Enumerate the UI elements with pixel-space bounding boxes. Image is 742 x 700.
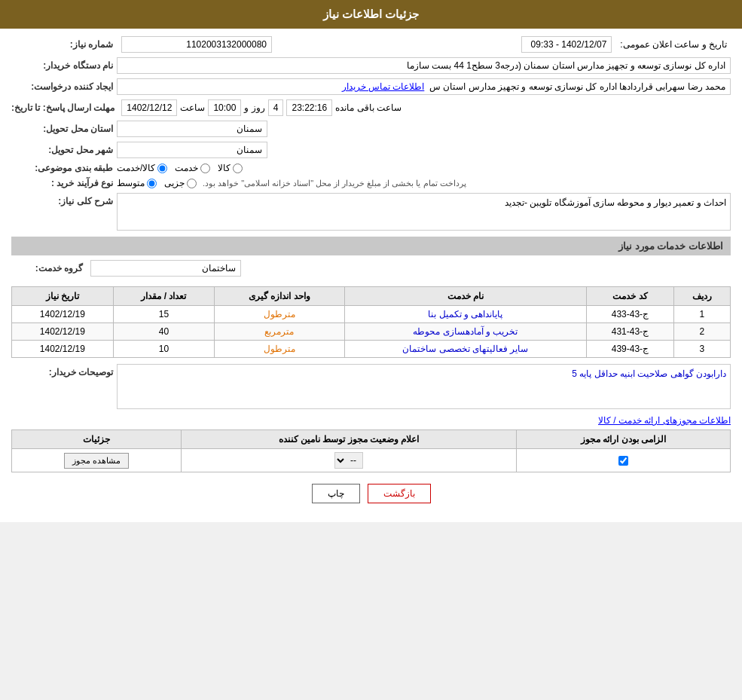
- description-label: شرح کلی نیاز:: [11, 193, 117, 206]
- cell-unit-0: مترطول: [215, 306, 344, 323]
- license-status-select[interactable]: --: [334, 452, 363, 469]
- purchase-type-jozii-label: جزیی: [164, 178, 185, 188]
- service-group-label: گروه خدمت:: [11, 263, 87, 274]
- table-row: -- مشاهده مجوز: [12, 449, 731, 472]
- license-status-cell: --: [182, 449, 517, 472]
- cell-date-0: 1402/12/19: [12, 306, 114, 323]
- announce-time-row: 1402/12/07 - 09:33 تاریخ و ساعت اعلان عم…: [521, 36, 731, 53]
- cell-service-name-0: پایانداهی و تکمیل بنا: [344, 306, 586, 323]
- page-header: جزئیات اطلاعات نیاز: [0, 0, 742, 29]
- cell-unit-2: مترطول: [215, 341, 344, 358]
- province-value: سمنان: [117, 121, 267, 137]
- purchase-type-row: نوع فرآیند خرید : متوسط جزیی پرداخت تمام…: [11, 178, 731, 188]
- request-number-value: 1102003132000080: [121, 36, 272, 53]
- license-table: الزامی بودن ارائه مجوز اعلام وضعیت مجوز …: [11, 429, 731, 472]
- requester-row: ایجاد کننده درخواست: محمد رضا سهرابی قرا…: [11, 78, 731, 95]
- deadline-days: 4: [268, 99, 284, 116]
- th-license-mandatory: الزامی بودن ارائه مجوز: [517, 430, 731, 449]
- request-number-row: شماره نیاز: 1102003132000080: [11, 36, 272, 53]
- table-row: 2 ج-43-431 تخریب و آمادهسازی محوطه مترمر…: [12, 323, 731, 341]
- service-group-value: ساختمان: [90, 260, 241, 277]
- th-license-status: اعلام وضعیت مجوز توسط نامین کننده: [182, 430, 517, 449]
- cell-row-num-0: 1: [673, 306, 730, 323]
- view-license-button[interactable]: مشاهده مجوز: [64, 453, 129, 469]
- category-options: کالا/خدمت خدمت کالا: [117, 163, 243, 173]
- category-row: طبقه بندی موضوعی: کالا/خدمت خدمت کالا: [11, 163, 731, 173]
- services-table-container: ردیف کد خدمت نام خدمت واحد اندازه گیری ت…: [11, 283, 731, 358]
- license-mandatory-cell: [517, 449, 731, 472]
- deadline-remaining: ساعت باقی مانده: [335, 102, 402, 113]
- th-service-code: کد خدمت: [586, 287, 673, 306]
- deadline-time-label: ساعت: [180, 102, 205, 113]
- back-button[interactable]: بازگشت: [368, 484, 431, 503]
- deadline-time: 10:00: [208, 99, 241, 116]
- cell-unit-1: مترمربع: [215, 323, 344, 341]
- cell-service-code-0: ج-43-433: [586, 306, 673, 323]
- th-license-details: جزئیات: [12, 430, 182, 449]
- license-details-cell: مشاهده مجوز: [12, 449, 182, 472]
- services-section-title: اطلاعات خدمات مورد نیاز: [11, 237, 731, 255]
- license-section-label[interactable]: اطلاعات مجوزهای ارائه خدمت / کالا: [598, 415, 731, 426]
- cell-row-num-2: 3: [673, 341, 730, 358]
- purchase-type-jozii: جزیی: [164, 178, 197, 188]
- cell-quantity-2: 10: [113, 341, 215, 358]
- category-khadamat: خدمت: [175, 163, 210, 173]
- purchase-type-mutavasset-label: متوسط: [117, 178, 145, 188]
- cell-row-num-1: 2: [673, 323, 730, 341]
- cell-quantity-1: 40: [113, 323, 215, 341]
- th-unit: واحد اندازه گیری: [215, 287, 344, 306]
- purchase-type-mutavasset: متوسط: [117, 178, 157, 188]
- th-quantity: تعداد / مقدار: [113, 287, 215, 306]
- purchase-type-options: متوسط جزیی: [117, 178, 197, 188]
- category-kala-label: کالا: [218, 163, 231, 173]
- license-mandatory-checkbox[interactable]: [618, 456, 628, 466]
- category-khadamat-label: خدمت: [175, 163, 198, 173]
- cell-date-2: 1402/12/19: [12, 341, 114, 358]
- announce-time-value: 1402/12/07 - 09:33: [521, 36, 612, 53]
- buyer-org-value: اداره کل نوسازی توسعه و تجهیز مدارس استا…: [117, 57, 731, 74]
- cell-service-code-1: ج-43-431: [586, 323, 673, 341]
- city-row: شهر محل تحویل: سمنان: [11, 142, 731, 158]
- table-row: 1 ج-43-433 پایانداهی و تکمیل بنا مترطول …: [12, 306, 731, 323]
- description-value: احداث و تعمیر دیوار و محوطه سازی آموزشگا…: [117, 193, 731, 231]
- print-button[interactable]: چاپ: [312, 484, 360, 503]
- category-kala-radio[interactable]: [233, 164, 243, 173]
- service-group-row: گروه خدمت: ساختمان: [11, 260, 731, 277]
- buyer-notes-value: دارابودن گواهی صلاحیت ابنیه حداقل پایه 5: [117, 364, 731, 409]
- deadline-date: 1402/12/12: [121, 99, 177, 116]
- requester-contact-link[interactable]: اطلاعات تماس خریدار: [342, 81, 425, 92]
- purchase-type-jozii-radio[interactable]: [187, 179, 197, 188]
- purchase-type-label: نوع فرآیند خرید :: [11, 178, 117, 188]
- city-value: سمنان: [117, 142, 267, 158]
- purchase-type-mutavasset-radio[interactable]: [147, 179, 157, 188]
- content-area: شماره نیاز: 1102003132000080 1402/12/07 …: [0, 29, 742, 522]
- buyer-org-row: نام دستگاه خریدار: اداره کل نوسازی توسعه…: [11, 57, 731, 74]
- cell-service-name-2: سایر فعالیتهای تخصصی ساختمان: [344, 341, 586, 358]
- announce-time-label: تاریخ و ساعت اعلان عمومی:: [616, 39, 731, 50]
- category-kala: کالا: [218, 163, 243, 173]
- category-kala-khadamat: کالا/خدمت: [117, 163, 167, 173]
- cell-quantity-0: 15: [113, 306, 215, 323]
- th-service-name: نام خدمت: [344, 287, 586, 306]
- deadline-row: مهلت ارسال پاسخ: تا تاریخ: 1402/12/12 سا…: [11, 99, 731, 116]
- cell-date-1: 1402/12/19: [12, 323, 114, 341]
- cell-service-name-1: تخریب و آمادهسازی محوطه: [344, 323, 586, 341]
- purchase-type-note: پرداخت تمام یا بخشی از مبلغ خریدار از مح…: [203, 179, 466, 188]
- province-label: استان محل تحویل:: [11, 124, 117, 134]
- category-kala-khadamat-label: کالا/خدمت: [117, 163, 155, 173]
- category-kala-khadamat-radio[interactable]: [157, 164, 167, 173]
- services-table: ردیف کد خدمت نام خدمت واحد اندازه گیری ت…: [11, 286, 731, 358]
- buyer-org-label: نام دستگاه خریدار:: [11, 60, 117, 71]
- action-row: بازگشت چاپ: [11, 484, 731, 503]
- description-section: شرح کلی نیاز: احداث و تعمیر دیوار و محوط…: [11, 193, 731, 231]
- buyer-notes-label: توصیحات خریدار:: [11, 364, 117, 378]
- page-title: جزئیات اطلاعات نیاز: [323, 8, 419, 20]
- license-section-header: اطلاعات مجوزهای ارائه خدمت / کالا: [11, 415, 731, 426]
- cell-service-code-2: ج-43-439: [586, 341, 673, 358]
- deadline-day-label: روز و: [244, 102, 264, 113]
- city-label: شهر محل تحویل:: [11, 145, 117, 155]
- response-deadline-label: مهلت ارسال پاسخ: تا تاریخ:: [11, 102, 118, 113]
- category-khadamat-radio[interactable]: [200, 164, 210, 173]
- page-wrapper: جزئیات اطلاعات نیاز شماره نیاز: 11020031…: [0, 0, 742, 522]
- category-label: طبقه بندی موضوعی:: [11, 163, 117, 173]
